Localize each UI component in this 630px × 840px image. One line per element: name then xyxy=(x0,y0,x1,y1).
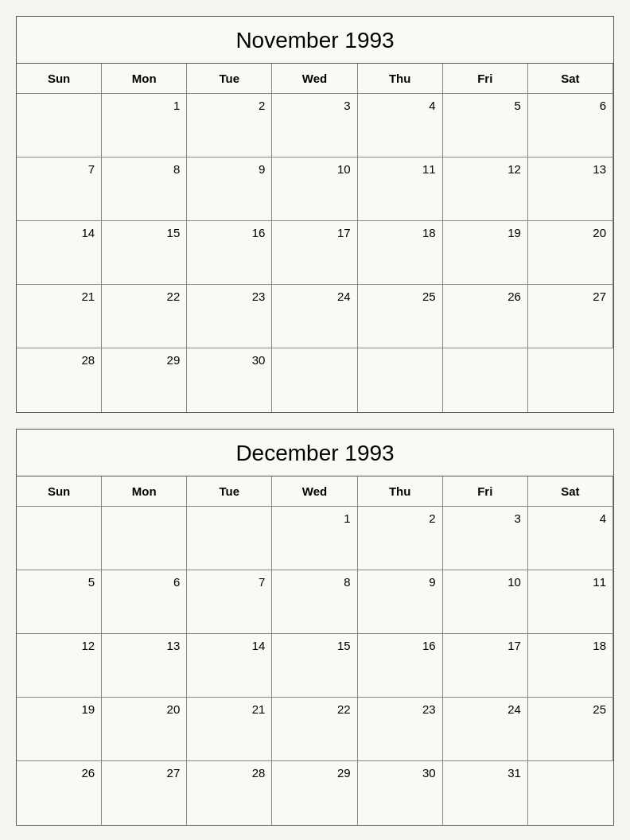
header-sat: Sat xyxy=(528,476,613,507)
table-row: 9 xyxy=(187,158,272,221)
table-row: 30 xyxy=(358,761,443,825)
table-row: 9 xyxy=(358,570,443,634)
table-row: 18 xyxy=(358,221,443,285)
table-row: 19 xyxy=(17,698,102,761)
table-row: 16 xyxy=(358,634,443,698)
table-row: 10 xyxy=(443,570,528,634)
header-sun: Sun xyxy=(17,476,102,507)
table-row: 28 xyxy=(17,348,102,412)
table-row: 29 xyxy=(102,348,187,412)
table-row: 14 xyxy=(17,221,102,285)
table-row: 22 xyxy=(102,285,187,348)
table-row: 15 xyxy=(102,221,187,285)
november-grid: Sun Mon Tue Wed Thu Fri Sat 1 2 3 4 5 6 … xyxy=(17,64,613,412)
table-row: 4 xyxy=(528,507,613,570)
table-row: 20 xyxy=(102,698,187,761)
table-row: 2 xyxy=(187,94,272,158)
table-row: 21 xyxy=(17,285,102,348)
november-calendar: November 1993 Sun Mon Tue Wed Thu Fri Sa… xyxy=(16,16,614,413)
table-row: 17 xyxy=(443,634,528,698)
table-row xyxy=(528,761,613,825)
table-row: 12 xyxy=(443,158,528,221)
table-row xyxy=(187,507,272,570)
header-fri: Fri xyxy=(443,64,528,94)
table-row: 13 xyxy=(102,634,187,698)
table-row: 5 xyxy=(443,94,528,158)
table-row: 25 xyxy=(528,698,613,761)
header-mon: Mon xyxy=(102,476,187,507)
december-calendar: December 1993 Sun Mon Tue Wed Thu Fri Sa… xyxy=(16,429,614,826)
table-row: 1 xyxy=(272,507,357,570)
table-row: 3 xyxy=(443,507,528,570)
table-row xyxy=(528,348,613,412)
table-row xyxy=(17,94,102,158)
november-title: November 1993 xyxy=(17,17,613,64)
table-row xyxy=(102,507,187,570)
table-row: 27 xyxy=(102,761,187,825)
table-row: 23 xyxy=(358,698,443,761)
table-row: 28 xyxy=(187,761,272,825)
table-row: 13 xyxy=(528,158,613,221)
december-grid: Sun Mon Tue Wed Thu Fri Sat 1 2 3 4 5 6 … xyxy=(17,476,613,825)
table-row: 8 xyxy=(272,570,357,634)
header-sat: Sat xyxy=(528,64,613,94)
header-wed: Wed xyxy=(272,64,357,94)
table-row: 26 xyxy=(443,285,528,348)
table-row: 12 xyxy=(17,634,102,698)
table-row: 15 xyxy=(272,634,357,698)
table-row: 20 xyxy=(528,221,613,285)
table-row: 16 xyxy=(187,221,272,285)
table-row: 27 xyxy=(528,285,613,348)
table-row: 10 xyxy=(272,158,357,221)
table-row: 7 xyxy=(17,158,102,221)
table-row: 24 xyxy=(272,285,357,348)
table-row: 8 xyxy=(102,158,187,221)
table-row: 7 xyxy=(187,570,272,634)
table-row: 31 xyxy=(443,761,528,825)
table-row: 22 xyxy=(272,698,357,761)
header-tue: Tue xyxy=(187,64,272,94)
table-row: 6 xyxy=(528,94,613,158)
table-row: 11 xyxy=(358,158,443,221)
table-row xyxy=(443,348,528,412)
table-row: 6 xyxy=(102,570,187,634)
table-row: 1 xyxy=(102,94,187,158)
table-row: 19 xyxy=(443,221,528,285)
table-row: 2 xyxy=(358,507,443,570)
table-row: 3 xyxy=(272,94,357,158)
table-row: 5 xyxy=(17,570,102,634)
table-row xyxy=(358,348,443,412)
december-title: December 1993 xyxy=(17,430,613,476)
table-row: 4 xyxy=(358,94,443,158)
header-sun: Sun xyxy=(17,64,102,94)
table-row: 18 xyxy=(528,634,613,698)
header-thu: Thu xyxy=(358,64,443,94)
table-row xyxy=(17,507,102,570)
table-row: 11 xyxy=(528,570,613,634)
header-fri: Fri xyxy=(443,476,528,507)
table-row: 17 xyxy=(272,221,357,285)
table-row: 23 xyxy=(187,285,272,348)
table-row: 24 xyxy=(443,698,528,761)
table-row: 30 xyxy=(187,348,272,412)
table-row: 26 xyxy=(17,761,102,825)
header-mon: Mon xyxy=(102,64,187,94)
table-row xyxy=(272,348,357,412)
table-row: 14 xyxy=(187,634,272,698)
table-row: 25 xyxy=(358,285,443,348)
header-tue: Tue xyxy=(187,476,272,507)
table-row: 29 xyxy=(272,761,357,825)
header-wed: Wed xyxy=(272,476,357,507)
header-thu: Thu xyxy=(358,476,443,507)
table-row: 21 xyxy=(187,698,272,761)
